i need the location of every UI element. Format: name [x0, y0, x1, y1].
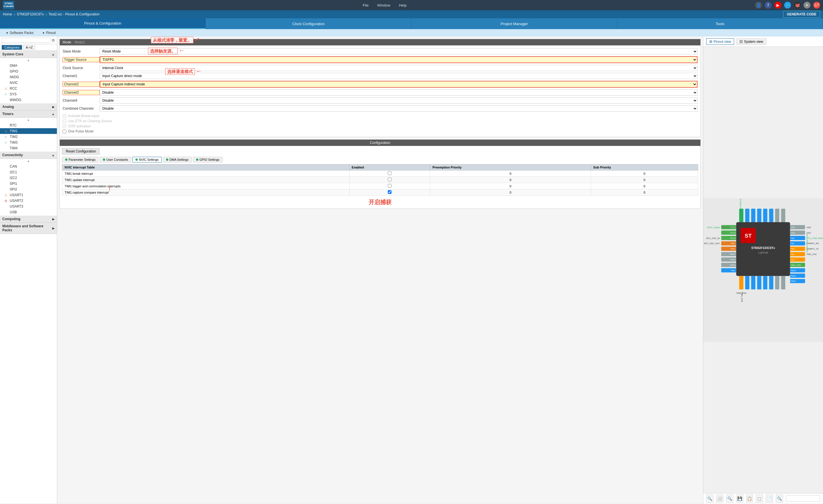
- tab-tools[interactable]: Tools: [617, 18, 823, 29]
- zoom-out-button[interactable]: 🔍: [726, 495, 733, 503]
- save-button[interactable]: 💾: [736, 495, 743, 503]
- sidebar-item-tim4[interactable]: TIM4: [0, 145, 57, 151]
- tab-parameter-settings[interactable]: Parameter Settings: [62, 157, 99, 163]
- sidebar-item-tim2[interactable]: ✓TIM2: [0, 134, 57, 140]
- settings-icon[interactable]: ⚙: [51, 38, 55, 42]
- sidebar-item-tim3[interactable]: ✓TIM3: [0, 140, 57, 145]
- trigger-source-select[interactable]: TI1FP1: [100, 56, 697, 63]
- etr-clearing-checkbox[interactable]: [62, 119, 66, 123]
- nvic-break-checkbox[interactable]: [388, 171, 391, 175]
- copy-button[interactable]: 📋: [746, 495, 753, 503]
- sidebar-item-spi1[interactable]: SPI1: [0, 181, 57, 187]
- svg-text:SYS_JTCK-SWCLK: SYS_JTCK-SWCLK: [739, 199, 742, 218]
- nvic-break-enabled[interactable]: [349, 171, 430, 177]
- svg-rect-56: [769, 209, 773, 222]
- config-area: Mode Mode1 Slave Mode Reset Mode: [57, 37, 703, 503]
- tab-gpio-settings[interactable]: GPIO Settings: [193, 157, 222, 163]
- sidebar-item-usart2[interactable]: ⊘USART2: [0, 198, 57, 204]
- section-computing: Computing ▶: [0, 216, 57, 223]
- fit-button[interactable]: ⬜: [716, 495, 723, 503]
- sidebar-item-usb[interactable]: USB: [0, 209, 57, 215]
- sidebar-item-rcc[interactable]: ⚠RCC: [0, 86, 57, 91]
- one-pulse-checkbox[interactable]: [62, 130, 66, 134]
- grid-button[interactable]: ⬚: [756, 495, 763, 503]
- scroll-up-handle-timers[interactable]: ▲: [0, 117, 57, 122]
- sidebar-item-wwdg[interactable]: WWDG: [0, 97, 57, 103]
- share-icon[interactable]: ✳: [804, 2, 810, 9]
- tab-pinout[interactable]: Pinout & Configuration: [0, 18, 206, 29]
- svg-text:PD0-: PD0-: [731, 242, 735, 245]
- tab-user-constants[interactable]: User Constants: [100, 157, 131, 163]
- nvic-trigger-enabled[interactable]: [349, 183, 430, 189]
- sidebar-item-sys[interactable]: ✓SYS: [0, 91, 57, 97]
- activate-break-checkbox[interactable]: [62, 114, 66, 118]
- scroll-up-handle[interactable]: ▲: [0, 58, 57, 62]
- github-icon[interactable]: 🐙: [794, 2, 801, 9]
- sidebar-item-nvic[interactable]: NVIC: [0, 80, 57, 86]
- sidebar-item-i2c1[interactable]: I2C1: [0, 169, 57, 175]
- sidebar-item-gpio[interactable]: GPIO: [0, 68, 57, 74]
- slave-mode-select[interactable]: Reset Mode: [100, 48, 697, 54]
- tab-nvic-settings[interactable]: NVIC Settings: [132, 157, 162, 163]
- tab-dma-settings[interactable]: DMA Settings: [163, 157, 192, 163]
- svg-text:LQFP48: LQFP48: [758, 251, 768, 254]
- menu-window[interactable]: Window: [377, 3, 390, 7]
- sidebar-item-dma[interactable]: DMA: [0, 63, 57, 68]
- svg-text:PA1: PA1: [791, 242, 794, 245]
- youtube-icon[interactable]: ▶: [775, 2, 781, 9]
- menu-help[interactable]: Help: [399, 3, 406, 7]
- sidebar-item-can[interactable]: CAN: [0, 164, 57, 169]
- svg-text:PC15: PC15: [730, 237, 735, 240]
- zoom-in-button[interactable]: 🔍: [706, 495, 713, 503]
- search-chip-button[interactable]: 🔍: [776, 495, 783, 503]
- breadcrumb-chip[interactable]: STM32F103C8Tx: [17, 12, 44, 16]
- tab-pinout-view[interactable]: ⊞ Pinout view: [706, 38, 734, 45]
- channel2-select[interactable]: Input Capture indirect mode: [100, 81, 697, 88]
- channel3-select[interactable]: Disable: [100, 89, 697, 96]
- section-system-core-header[interactable]: System Core ▲: [0, 51, 57, 58]
- twitter-icon[interactable]: 🐦: [784, 2, 791, 9]
- section-middleware-header[interactable]: Middleware and Software Packs ▶: [0, 223, 57, 234]
- search-input[interactable]: [2, 38, 50, 43]
- breadcrumb-home[interactable]: Home: [3, 12, 12, 16]
- reset-config-button[interactable]: Reset Configuration: [62, 148, 100, 155]
- nvic-update-checkbox[interactable]: [388, 178, 391, 181]
- nvic-capture-enabled[interactable]: [349, 189, 430, 196]
- tab-system-view[interactable]: ⊡ System view: [736, 38, 766, 45]
- nvic-capture-checkbox[interactable]: [388, 190, 391, 194]
- combined-channels-select[interactable]: Disable: [100, 105, 697, 112]
- facebook-icon[interactable]: f: [765, 2, 772, 9]
- tab-clock[interactable]: Clock Configuration: [206, 18, 412, 29]
- chip-search-input[interactable]: [786, 495, 820, 502]
- sidebar-item-usart1[interactable]: ⚠USART1: [0, 192, 57, 198]
- section-analog-header[interactable]: Analog ▶: [0, 103, 57, 110]
- section-analog: Analog ▶: [0, 103, 57, 110]
- breadcrumb-file[interactable]: Test2.ioc - Pinout & Configuration: [48, 12, 100, 16]
- nvic-update-enabled[interactable]: [349, 177, 430, 183]
- print-button[interactable]: 📄: [766, 495, 773, 503]
- channel4-select[interactable]: Disable: [100, 97, 697, 104]
- svg-rect-54: [757, 209, 762, 222]
- activate-break-row: Activate-Break-Input: [62, 113, 697, 118]
- section-connectivity-header[interactable]: Connectivity ▲: [0, 152, 57, 159]
- sidebar-item-spi2[interactable]: SPI2: [0, 187, 57, 192]
- filter-categories[interactable]: Categories: [2, 45, 22, 50]
- section-computing-header[interactable]: Computing ▶: [0, 216, 57, 223]
- nvic-trigger-checkbox[interactable]: [388, 184, 391, 188]
- sub-tab-pinout[interactable]: ▼ Pinout: [42, 31, 56, 35]
- tab-project[interactable]: Project Manager: [412, 18, 617, 29]
- sidebar-item-iwdg[interactable]: IWDG: [0, 74, 57, 80]
- generate-code-button[interactable]: GENERATE CODE: [783, 11, 820, 18]
- sub-tab-software-packs[interactable]: ▼ Software Packs: [6, 31, 33, 35]
- user-icon[interactable]: 👤: [755, 2, 762, 9]
- section-timers-header[interactable]: Timers ▲: [0, 110, 57, 117]
- sidebar-item-i2c2[interactable]: I2C2: [0, 175, 57, 181]
- sidebar-item-tim1[interactable]: ⚠TIM1: [0, 128, 57, 134]
- sidebar-item-rtc[interactable]: RTC: [0, 122, 57, 128]
- scroll-up-handle-conn[interactable]: ▲: [0, 159, 57, 163]
- menu-file[interactable]: File: [363, 3, 369, 7]
- st-icon[interactable]: ST: [813, 2, 820, 9]
- xor-checkbox[interactable]: [62, 124, 66, 128]
- filter-az[interactable]: A->Z: [23, 45, 35, 50]
- sidebar-item-usart3[interactable]: USART3: [0, 204, 57, 209]
